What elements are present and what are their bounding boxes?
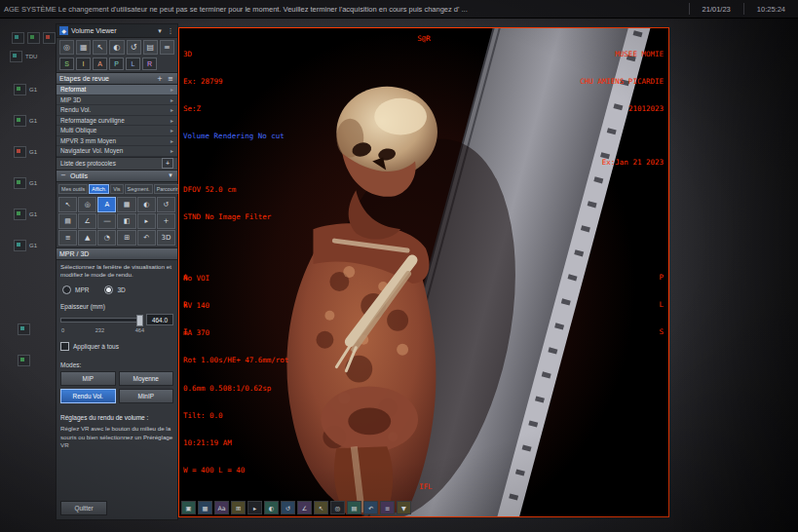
step-list-icon[interactable]: ≡ — [167, 75, 174, 83]
marker-tool-icon[interactable]: ▲ — [78, 230, 96, 246]
review-step-mpvr[interactable]: MPVR 3 mm Moyen ▸ — [57, 136, 177, 147]
pointer-tool-icon[interactable]: ↖ — [58, 197, 77, 212]
tab-affichage[interactable]: Affich. — [89, 184, 109, 194]
edge-thumbnail[interactable] — [14, 115, 26, 127]
display-tool-icon[interactable]: A — [97, 197, 116, 212]
radio-3d-circle[interactable] — [104, 285, 113, 294]
edge-thumbnail[interactable] — [14, 177, 26, 189]
edge-thumbnail[interactable] — [14, 84, 26, 95]
undo-tool-icon[interactable]: ↶ — [137, 230, 156, 246]
panels-icon[interactable]: ▤ — [143, 40, 158, 55]
review-step-curviligne[interactable]: Reformatage curviligne ▸ — [57, 116, 177, 127]
review-step-reformat[interactable]: Reformat ▸ — [57, 85, 177, 95]
quit-button[interactable]: Quitter — [60, 501, 107, 515]
orientation-r-button[interactable]: R — [142, 57, 157, 70]
orientation-l-button[interactable]: L — [126, 57, 140, 70]
rotate-tool-icon[interactable]: ↺ — [157, 197, 175, 212]
orientation-p-button[interactable]: P — [109, 57, 124, 70]
apply-all-checkbox-row[interactable]: Appliquer à tous — [60, 342, 173, 351]
render-viewport[interactable]: 3D Ex: 28799 Se:Z Volume Rendering No cu… — [178, 27, 669, 517]
rotate-icon[interactable]: ↺ — [127, 40, 141, 55]
line-tool-icon[interactable]: ― — [97, 213, 116, 229]
edge-thumbnail[interactable] — [14, 209, 26, 220]
layout-icon[interactable]: ▦ — [76, 40, 91, 55]
review-step-navigateur[interactable]: Navigateur Vol. Moyen ▸ — [57, 146, 177, 157]
tab-segment[interactable]: Segment. — [125, 184, 153, 194]
edge-thumbnail[interactable] — [27, 32, 40, 44]
layout-tool-icon[interactable]: ▦ — [117, 197, 135, 212]
modes-label: Modes: — [60, 361, 173, 368]
thickness-slider[interactable] — [60, 318, 143, 323]
review-step-rendu-vol[interactable]: Rendu Vol. ▸ — [57, 105, 177, 116]
panels-icon[interactable]: ▤ — [347, 501, 361, 514]
edge-thumbnail[interactable] — [12, 32, 24, 44]
zoom-tool-icon[interactable]: ◎ — [78, 197, 96, 212]
tools-collapse-icon[interactable]: ▾ — [167, 171, 174, 179]
angle-icon[interactable]: ∠ — [297, 501, 312, 514]
thickness-slider-handle[interactable] — [136, 315, 143, 326]
rotate-icon[interactable]: ↺ — [281, 501, 295, 514]
add-tool-icon[interactable]: + — [157, 213, 175, 229]
tab-mes-outils[interactable]: Mes outils — [58, 184, 88, 194]
review-step-multi-oblique[interactable]: Multi Oblique ▸ — [57, 126, 177, 136]
edge-thumbnail[interactable] — [18, 323, 30, 335]
menu-icon[interactable]: ≡ — [160, 40, 174, 55]
cine-icon[interactable]: ▸ — [247, 501, 262, 514]
site-name: MUSEE MOMIE — [580, 50, 664, 58]
angle-tool-icon[interactable]: ∠ — [78, 213, 96, 229]
edge-label: G1 — [29, 87, 37, 93]
collapse-tools-icon[interactable]: − — [59, 171, 67, 179]
review-step-mip3d[interactable]: MIP 3D ▸ — [57, 95, 177, 106]
annotate-text-icon[interactable]: Aa — [214, 501, 229, 514]
edge-thumbnail[interactable] — [10, 51, 22, 62]
zoom-icon[interactable]: ◎ — [59, 40, 74, 55]
add-protocol-button[interactable]: + — [162, 158, 173, 169]
edge-thumbnail[interactable] — [43, 32, 56, 44]
step-arrow-icon: ▸ — [171, 117, 173, 124]
orientation-a-button[interactable]: A — [93, 57, 107, 70]
edge-thumbnail[interactable] — [14, 240, 26, 251]
zoom-icon[interactable]: ◎ — [330, 501, 345, 514]
tab-parcourir[interactable]: Parcourir — [154, 184, 181, 194]
radio-mpr-circle[interactable] — [62, 285, 71, 294]
panel-titlebar: ◆ Volume Viewer ▾ ⋮ — [57, 24, 177, 38]
save-icon[interactable]: ▼ — [397, 501, 411, 514]
grid-tool-icon[interactable]: ⊞ — [117, 230, 135, 246]
list-tool-icon[interactable]: ≡ — [58, 230, 77, 246]
view-3d-tool-icon[interactable]: 3D — [157, 230, 175, 246]
pointer-icon[interactable]: ↖ — [93, 40, 107, 55]
add-step-icon[interactable]: + — [156, 75, 164, 83]
cine-tool-icon[interactable]: ▸ — [137, 213, 156, 229]
collapse-icon[interactable]: ▾ — [156, 27, 164, 35]
step-arrow-icon: ▸ — [171, 86, 173, 93]
edge-label: G1 — [29, 149, 37, 155]
camera-icon[interactable]: ▣ — [181, 501, 196, 514]
mode-rendu-vol-button[interactable]: Rendu Vol. — [60, 389, 116, 403]
roi-tool-icon[interactable]: ◔ — [97, 230, 116, 246]
layout-icon[interactable]: ▦ — [198, 501, 212, 514]
grid-icon[interactable]: ⊞ — [231, 501, 246, 514]
crop-tool-icon[interactable]: ◧ — [117, 213, 135, 229]
panel-tool-icon[interactable]: ▤ — [58, 213, 77, 229]
orientation-s-button[interactable]: S — [59, 57, 74, 70]
orientation-i-button[interactable]: I — [76, 57, 91, 70]
wl-tool-icon[interactable]: ◐ — [137, 197, 156, 212]
edge-thumbnail[interactable] — [18, 355, 30, 366]
radio-3d[interactable]: 3D — [104, 285, 125, 294]
mode-mip-button[interactable]: MIP — [60, 371, 116, 386]
protocols-bar: Liste des protocoles + — [57, 157, 177, 170]
mode-moyenne-button[interactable]: Moyenne — [119, 371, 174, 386]
tab-vis[interactable]: Vis — [110, 184, 123, 194]
voi-status: No VOI — [183, 274, 288, 283]
radio-mpr[interactable]: MPR — [62, 285, 89, 294]
apply-all-checkbox[interactable] — [60, 342, 69, 351]
tools-header: − Outils ▾ — [57, 170, 177, 182]
pointer-icon[interactable]: ↖ — [314, 501, 328, 514]
menu-icon[interactable]: ≡ — [380, 501, 395, 514]
undo-icon[interactable]: ↶ — [363, 501, 378, 514]
window-level-icon[interactable]: ◐ — [264, 501, 279, 514]
mode-minip-button[interactable]: MinIP — [119, 389, 174, 403]
more-options-icon[interactable]: ⋮ — [167, 27, 174, 35]
edge-thumbnail[interactable] — [14, 146, 26, 158]
window-level-icon[interactable]: ◐ — [109, 40, 124, 55]
